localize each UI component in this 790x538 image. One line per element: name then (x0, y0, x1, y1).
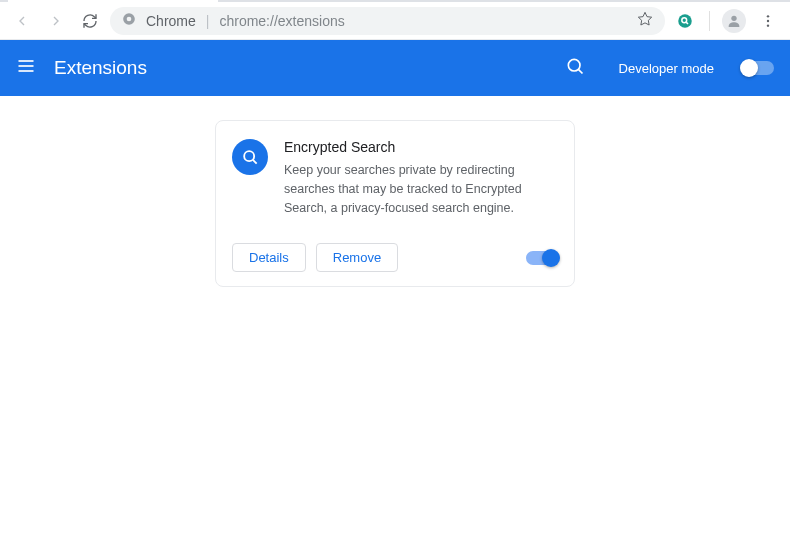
svg-line-22 (578, 69, 582, 73)
url-separator: | (206, 13, 210, 29)
profile-avatar[interactable] (720, 7, 748, 35)
extension-card: Encrypted Search Keep your searches priv… (215, 120, 575, 287)
extension-name: Encrypted Search (284, 139, 558, 155)
extension-enable-toggle[interactable] (526, 251, 558, 265)
tab-strip: Extensions (0, 0, 790, 2)
browser-tab[interactable]: Extensions (8, 0, 218, 2)
bottom-border (0, 530, 790, 538)
extension-action-icon[interactable] (671, 7, 699, 35)
chrome-icon (122, 12, 136, 29)
toolbar-divider (709, 11, 710, 31)
svg-point-15 (767, 15, 769, 17)
svg-point-23 (244, 151, 254, 161)
bookmark-star-icon[interactable] (637, 11, 653, 30)
page-title: Extensions (54, 57, 547, 79)
url-scheme-label: Chrome (146, 13, 196, 29)
hamburger-menu-icon[interactable] (16, 56, 36, 80)
svg-point-17 (767, 24, 769, 26)
svg-point-16 (767, 19, 769, 21)
developer-mode-label: Developer mode (619, 61, 714, 76)
svg-point-9 (127, 17, 132, 22)
details-button[interactable]: Details (232, 243, 306, 272)
address-bar[interactable]: Chrome | chrome://extensions (110, 7, 665, 35)
back-button[interactable] (8, 7, 36, 35)
svg-line-24 (253, 160, 257, 164)
svg-point-21 (568, 59, 580, 71)
svg-marker-10 (638, 12, 651, 25)
forward-button[interactable] (42, 7, 70, 35)
extensions-header: Extensions Developer mode (0, 40, 790, 96)
extension-description: Keep your searches private by redirectin… (284, 161, 558, 217)
svg-point-11 (678, 14, 692, 28)
extension-app-icon (232, 139, 268, 175)
browser-toolbar: Chrome | chrome://extensions (0, 2, 790, 40)
developer-mode-toggle[interactable] (742, 61, 774, 75)
reload-button[interactable] (76, 7, 104, 35)
search-icon[interactable] (565, 56, 585, 80)
chrome-menu-button[interactable] (754, 7, 782, 35)
svg-point-14 (731, 15, 736, 20)
remove-button[interactable]: Remove (316, 243, 398, 272)
extensions-content: Encrypted Search Keep your searches priv… (0, 96, 790, 496)
url-text: chrome://extensions (219, 13, 627, 29)
